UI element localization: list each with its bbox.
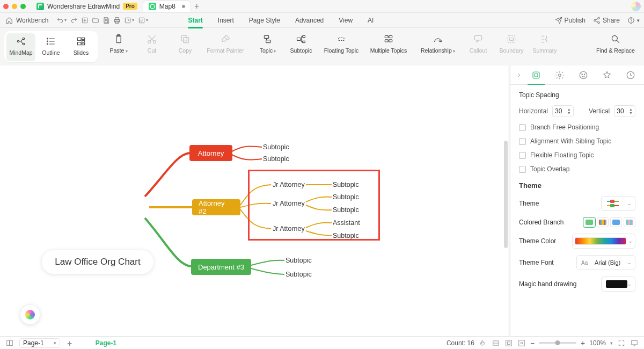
- dept3-sub2[interactable]: Subtopic: [286, 271, 312, 278]
- zoom-caret-icon[interactable]: ▾: [610, 340, 613, 346]
- presentation-icon[interactable]: [630, 339, 639, 347]
- new-tab-button[interactable]: +: [194, 2, 199, 11]
- jr1-sub1[interactable]: Subtopic: [333, 181, 359, 188]
- save-button[interactable]: [101, 14, 112, 26]
- export-caret-icon[interactable]: ▾: [132, 18, 134, 23]
- branch-style-1[interactable]: [583, 217, 595, 227]
- redo-button[interactable]: [69, 14, 79, 26]
- panel-tab-ai[interactable]: [548, 66, 572, 85]
- summary-button[interactable]: Summary: [530, 31, 559, 56]
- export-button[interactable]: [122, 14, 133, 26]
- mindmap-view-button[interactable]: MindMap: [6, 33, 35, 61]
- zoom-in-button[interactable]: +: [581, 339, 585, 347]
- jr2-sub2[interactable]: Subtopic: [333, 206, 359, 214]
- format-painter-button[interactable]: Format Painter: [204, 31, 247, 56]
- jr-attorney-3[interactable]: Jr Attorney: [273, 225, 305, 232]
- theme-color-select[interactable]: ⌄: [572, 234, 635, 249]
- tab-view[interactable]: View: [339, 17, 353, 24]
- callout-button[interactable]: Callout: [464, 31, 493, 56]
- check-alignment-sibling[interactable]: Alignment With Sibling Topic: [519, 137, 635, 145]
- zoom-slider[interactable]: [539, 342, 576, 344]
- check-topic-overlap[interactable]: Topic Overlap: [519, 165, 635, 173]
- relationship-button[interactable]: Relationship: [416, 31, 459, 56]
- undo-caret-icon[interactable]: ▾: [64, 18, 67, 23]
- pages-panel-icon[interactable]: [5, 339, 14, 347]
- add-page-button[interactable]: +: [65, 339, 74, 347]
- undo-button[interactable]: [55, 14, 65, 26]
- branch-style-4[interactable]: [624, 217, 635, 227]
- multiple-topics-button[interactable]: Multiple Topics: [367, 31, 410, 56]
- checklist-button[interactable]: [136, 14, 147, 26]
- jr2-sub1[interactable]: Subtopic: [333, 193, 359, 201]
- theme-font-select[interactable]: Aa Arial (Big) ⌄: [576, 255, 635, 270]
- tab-start[interactable]: Start: [188, 17, 202, 24]
- branch-attorney-2[interactable]: Attorney #2: [192, 199, 240, 215]
- new-button[interactable]: [79, 14, 90, 26]
- panel-tab-emoji[interactable]: [572, 66, 595, 85]
- maximize-window-button[interactable]: [20, 4, 26, 9]
- find-replace-button[interactable]: Find & Replace: [591, 31, 640, 62]
- help-button[interactable]: ▾: [627, 17, 640, 24]
- outline-view-button[interactable]: Outline: [36, 33, 65, 61]
- user-avatar[interactable]: [631, 2, 641, 11]
- checklist-caret-icon[interactable]: ▾: [146, 18, 148, 23]
- share-button[interactable]: Share: [593, 17, 620, 24]
- focus-icon[interactable]: [517, 339, 526, 347]
- copy-button[interactable]: Copy: [171, 31, 200, 56]
- collapse-right-panel[interactable]: [514, 72, 524, 78]
- slides-view-button[interactable]: Slides: [67, 33, 96, 61]
- panel-tab-layout[interactable]: [524, 66, 548, 85]
- boundary-button[interactable]: Boundary: [497, 31, 526, 56]
- stepper-icon[interactable]: ▲▼: [567, 107, 571, 115]
- ai-fab-button[interactable]: [20, 305, 40, 324]
- jr-attorney-1[interactable]: Jr Attorney: [273, 181, 305, 188]
- branch-attorney[interactable]: Attorney: [189, 145, 232, 161]
- close-window-button[interactable]: [3, 4, 9, 9]
- vertical-scrollbar[interactable]: [504, 141, 508, 248]
- minimize-window-button[interactable]: [12, 4, 17, 9]
- branch-style-3[interactable]: [610, 217, 622, 227]
- tab-advanced[interactable]: Advanced: [295, 17, 324, 24]
- fit-width-icon[interactable]: [492, 339, 500, 347]
- branch-style-2[interactable]: [597, 217, 609, 227]
- panel-tab-clipart[interactable]: [595, 66, 619, 85]
- floating-topic-button[interactable]: Floating Topic: [320, 31, 363, 56]
- print-button[interactable]: [112, 14, 122, 26]
- branch1-sub2[interactable]: Subtopic: [263, 155, 289, 163]
- check-flexible-floating[interactable]: Flexible Floating Topic: [519, 151, 635, 159]
- page-selector[interactable]: Page-1 ▾: [19, 338, 60, 348]
- horizontal-spacing-input[interactable]: 30 ▲▼: [552, 105, 574, 117]
- svg-point-17: [47, 43, 48, 45]
- document-tab[interactable]: Map8: [143, 1, 191, 12]
- theme-select[interactable]: ⌄: [601, 196, 635, 211]
- jr-attorney-2[interactable]: Jr Attorney: [273, 200, 305, 207]
- check-branch-free[interactable]: Branch Free Positioning: [519, 123, 635, 131]
- active-page-tab[interactable]: Page-1: [96, 339, 116, 347]
- canvas[interactable]: Law Office Org Chart Attorney Subtopic S…: [0, 66, 510, 337]
- tab-insert[interactable]: Insert: [218, 17, 234, 24]
- fullscreen-icon[interactable]: [617, 339, 626, 347]
- hand-tool-icon[interactable]: [479, 339, 487, 347]
- workbench-label[interactable]: Workbench: [16, 17, 48, 24]
- magic-hand-select[interactable]: ⌄: [601, 277, 635, 292]
- fit-page-icon[interactable]: [504, 339, 513, 347]
- subtopic-button[interactable]: Subtopic: [287, 31, 316, 56]
- central-topic[interactable]: Law Office Org Chart: [42, 250, 153, 274]
- branch1-sub1[interactable]: Subtopic: [263, 143, 289, 151]
- panel-tab-history[interactable]: [619, 66, 642, 85]
- jr3-sub[interactable]: Subtopic: [333, 232, 359, 239]
- home-icon[interactable]: [4, 16, 14, 25]
- vertical-spacing-input[interactable]: 30 ▲▼: [614, 105, 635, 117]
- publish-button[interactable]: Publish: [555, 17, 586, 24]
- branch-department-3[interactable]: Department #3: [191, 259, 251, 275]
- stepper-icon[interactable]: ▲▼: [629, 107, 633, 115]
- cut-button[interactable]: Cut: [137, 31, 166, 56]
- jr3-assistant[interactable]: Assistant: [333, 219, 360, 227]
- zoom-out-button[interactable]: −: [530, 339, 535, 347]
- dept3-sub1[interactable]: Subtopic: [286, 257, 312, 264]
- topic-button[interactable]: Topic: [253, 31, 282, 56]
- open-button[interactable]: [90, 14, 101, 26]
- tab-page-style[interactable]: Page Style: [249, 17, 280, 24]
- tab-ai[interactable]: AI: [368, 17, 374, 24]
- paste-button[interactable]: Paste: [104, 31, 133, 56]
